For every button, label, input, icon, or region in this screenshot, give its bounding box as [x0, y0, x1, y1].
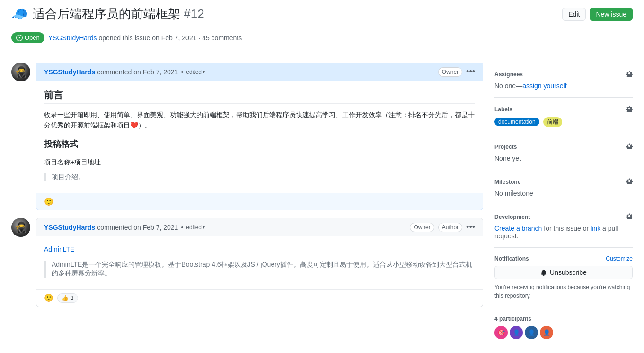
- comment-footer-2: 🙂 👍 3: [36, 289, 483, 307]
- participant-4[interactable]: 👤: [540, 326, 553, 339]
- label-frontend[interactable]: 前端: [543, 117, 562, 127]
- assign-yourself-link[interactable]: assign yourself: [522, 82, 566, 90]
- comment-author-2[interactable]: YSGStudyHards: [44, 224, 95, 231]
- issue-meta: Open YSGStudyHards opened this issue on …: [0, 28, 644, 51]
- issue-emoji: 🧢: [11, 6, 28, 22]
- emoji-button-1[interactable]: 🙂: [44, 197, 53, 206]
- comment-box-1: YSGStudyHards commented on Feb 7, 2021 •…: [36, 63, 483, 210]
- edited-indicator-2[interactable]: edited ▾: [186, 224, 205, 231]
- avatar-2: 🥷: [11, 218, 30, 237]
- sidebar-development: Development Create a branch for this iss…: [494, 205, 633, 248]
- status-badge: Open: [11, 32, 44, 43]
- comment-header-2: YSGStudyHards commented on Feb 7, 2021 •…: [36, 218, 483, 236]
- unsubscribe-button[interactable]: Unsubscribe: [494, 266, 633, 279]
- comment-item-1: 项目名称+项目地址: [44, 157, 475, 167]
- milestone-title: Milestone: [494, 179, 520, 185]
- notifications-watching-text: You're receiving notifications because y…: [494, 283, 633, 300]
- development-title: Development: [494, 214, 530, 220]
- sidebar-assignees: Assignees No one—assign yourself: [494, 63, 633, 98]
- comment-header-right-1: Owner •••: [438, 67, 475, 77]
- milestone-header: Milestone: [494, 178, 633, 186]
- comment-header-right-2: Owner Author •••: [410, 222, 475, 232]
- thumbs-up-emoji: 👍: [62, 295, 69, 301]
- page-title: 适合后端程序员的前端框架 #12: [33, 6, 204, 22]
- projects-header: Projects: [494, 143, 633, 151]
- more-options-button-2[interactable]: •••: [466, 222, 475, 232]
- customize-link[interactable]: Customize: [606, 255, 633, 262]
- author-badge-2: Author: [438, 223, 462, 232]
- issue-author-link[interactable]: YSGStudyHards: [48, 34, 97, 42]
- issue-title-text: 适合后端程序员的前端框架: [33, 7, 180, 21]
- issue-meta-text: YSGStudyHards opened this issue on Feb 7…: [48, 34, 242, 42]
- comment-blockquote-1: 项目介绍。: [44, 173, 475, 181]
- owner-badge-2: Owner: [410, 223, 434, 232]
- main-content: 🥷 YSGStudyHards commented on Feb 7, 2021…: [0, 51, 644, 347]
- comment-body-2: AdminLTE AdminLTE是一个完全响应的管理模板。基于Bootstra…: [36, 236, 483, 289]
- comment-para-1: 收录一些开箱即用、使用简单、界面美观、功能强大的前端框架，帮助我们后端程序员快速…: [44, 109, 475, 131]
- labels-list: documentation 前端: [494, 117, 633, 127]
- assignees-title: Assignees: [494, 71, 523, 78]
- labels-title: Labels: [494, 106, 512, 113]
- chevron-down-icon-2: ▾: [203, 225, 205, 230]
- comment-header-1: YSGStudyHards commented on Feb 7, 2021 •…: [36, 63, 483, 81]
- avatar-img-1: 🥷: [11, 63, 30, 81]
- development-gear-button[interactable]: [626, 213, 633, 221]
- projects-title: Projects: [494, 144, 517, 150]
- assignees-value: No one—assign yourself: [494, 82, 633, 90]
- comment-blockquote-2: AdminLTE是一个完全响应的管理模板。基于Bootstrap 4.6框架以及…: [44, 261, 475, 278]
- adminlte-link[interactable]: AdminLTE: [44, 245, 74, 253]
- edit-button[interactable]: Edit: [562, 8, 586, 21]
- notifications-title: Notifications: [494, 255, 529, 262]
- assignees-header: Assignees: [494, 70, 633, 78]
- sidebar-participants: 4 participants 🎯 👤 👤 👤: [494, 308, 633, 347]
- thumbs-up-reaction[interactable]: 👍 3: [57, 293, 78, 303]
- milestone-gear-button[interactable]: [626, 178, 633, 186]
- label-documentation[interactable]: documentation: [494, 118, 539, 126]
- labels-gear-button[interactable]: [626, 105, 633, 113]
- development-header: Development: [494, 213, 633, 221]
- milestone-value: No milestone: [494, 190, 633, 197]
- more-options-button-1[interactable]: •••: [466, 67, 475, 77]
- comment-box-2: YSGStudyHards commented on Feb 7, 2021 •…: [36, 218, 483, 307]
- comment-heading-2: 投稿格式: [44, 138, 475, 152]
- sidebar-milestone: Milestone No milestone: [494, 170, 633, 205]
- participant-3[interactable]: 👤: [525, 326, 538, 339]
- comment-header-left-1: YSGStudyHards commented on Feb 7, 2021 •…: [44, 68, 205, 76]
- edited-indicator-1[interactable]: edited ▾: [186, 69, 205, 75]
- comment-header-left-2: YSGStudyHards commented on Feb 7, 2021 •…: [44, 224, 205, 231]
- participant-1[interactable]: 🎯: [494, 326, 508, 339]
- comment-heading-1: 前言: [44, 89, 475, 104]
- emoji-button-2[interactable]: 🙂: [44, 293, 53, 302]
- participants-header: 4 participants: [494, 316, 633, 322]
- sidebar-labels: Labels documentation 前端: [494, 98, 633, 135]
- participants-title: 4 participants: [494, 316, 531, 322]
- projects-value: None yet: [494, 154, 633, 162]
- sidebar-notifications: Notifications Customize Unsubscribe You'…: [494, 248, 633, 308]
- owner-badge-1: Owner: [438, 67, 462, 77]
- link-pull-request[interactable]: link: [591, 225, 600, 232]
- comment-author-1[interactable]: YSGStudyHards: [44, 68, 95, 76]
- labels-header: Labels: [494, 105, 633, 113]
- create-branch-link[interactable]: Create a branch: [494, 225, 542, 232]
- comment-wrapper-1: 🥷 YSGStudyHards commented on Feb 7, 2021…: [11, 63, 483, 210]
- participant-2[interactable]: 👤: [510, 326, 523, 339]
- chevron-down-icon: ▾: [203, 69, 205, 74]
- header-actions: Edit New issue: [562, 8, 633, 21]
- issue-title-area: 🧢 适合后端程序员的前端框架 #12: [11, 6, 204, 22]
- comment-body-1: 前言 收录一些开箱即用、使用简单、界面美观、功能强大的前端框架，帮助我们后端程序…: [36, 81, 483, 193]
- new-issue-button[interactable]: New issue: [590, 8, 633, 21]
- timeline: 🥷 YSGStudyHards commented on Feb 7, 2021…: [11, 63, 483, 347]
- comment-footer-1: 🙂: [36, 193, 483, 210]
- comment-wrapper-2: 🥷 YSGStudyHards commented on Feb 7, 2021…: [11, 218, 483, 307]
- issue-number: #12: [184, 7, 204, 21]
- assignees-gear-button[interactable]: [626, 70, 633, 78]
- sidebar: Assignees No one—assign yourself Labels …: [494, 63, 633, 347]
- participants-list: 🎯 👤 👤 👤: [494, 326, 633, 339]
- avatar-img-2: 🥷: [11, 218, 30, 237]
- sidebar-projects: Projects None yet: [494, 135, 633, 170]
- projects-gear-button[interactable]: [626, 143, 633, 151]
- avatar-1: 🥷: [11, 63, 30, 81]
- development-value: Create a branch for this issue or link a…: [494, 225, 633, 240]
- page-header: 🧢 适合后端程序员的前端框架 #12 Edit New issue: [0, 0, 644, 28]
- reaction-count: 3: [71, 295, 74, 301]
